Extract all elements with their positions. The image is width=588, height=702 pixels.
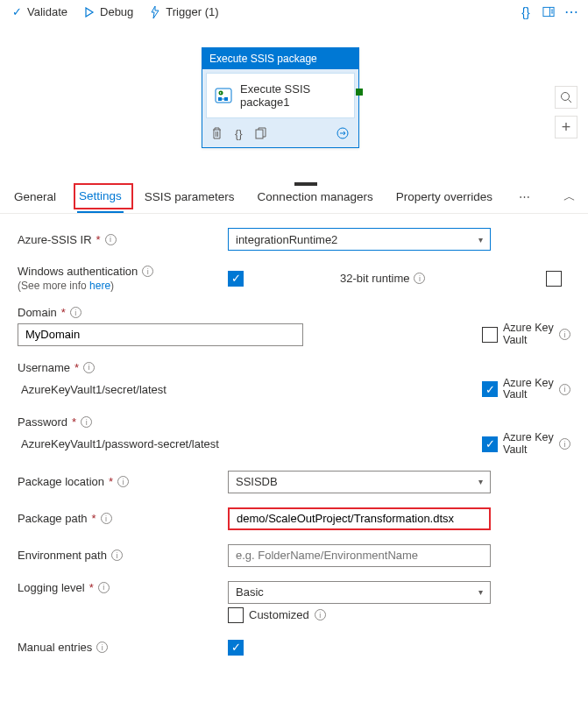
- search-button[interactable]: [555, 86, 577, 109]
- pipeline-canvas[interactable]: Execute SSIS package Execute SSIS packag…: [0, 25, 588, 174]
- tab-bar: General Settings SSIS parameters Connect…: [0, 181, 588, 214]
- validate-label: Validate: [27, 5, 67, 18]
- svg-line-13: [569, 100, 572, 103]
- info-icon[interactable]: i: [559, 329, 570, 340]
- akv-label: Azure Key Vault: [503, 432, 554, 457]
- manual-entries-label: Manual entries: [18, 641, 92, 654]
- tab-property-overrides[interactable]: Property overrides: [394, 181, 494, 212]
- activity-title: Execute SSIS package1: [240, 82, 347, 109]
- runtime32-checkbox[interactable]: [546, 271, 562, 287]
- environment-path-label: Environment path: [18, 549, 107, 562]
- lightning-icon: [149, 6, 161, 18]
- info-icon[interactable]: i: [117, 476, 129, 487]
- chevron-down-icon: ▾: [478, 477, 483, 486]
- info-icon[interactable]: i: [70, 307, 81, 318]
- debug-label: Debug: [100, 5, 133, 18]
- tabs-more-icon[interactable]: ⋯: [519, 190, 530, 203]
- akv-label: Azure Key Vault: [503, 323, 554, 347]
- windows-auth-label: Windows authentication: [18, 265, 138, 278]
- tab-general[interactable]: General: [12, 181, 58, 212]
- package-location-select[interactable]: SSISDB ▾: [228, 471, 491, 493]
- domain-label: Domain: [18, 306, 57, 319]
- username-akv-checkbox[interactable]: ✓: [482, 381, 498, 397]
- windows-auth-checkbox[interactable]: ✓: [228, 271, 244, 287]
- info-icon[interactable]: i: [101, 513, 112, 524]
- win-auth-sub-post: ): [110, 280, 114, 292]
- info-icon[interactable]: i: [98, 582, 110, 593]
- password-label: Password: [18, 415, 67, 429]
- activity-header: Execute SSIS package: [202, 48, 358, 69]
- trigger-button[interactable]: Trigger (1): [149, 5, 218, 18]
- arrow-right-icon[interactable]: [336, 127, 350, 142]
- collapse-panel-icon[interactable]: ︿: [563, 189, 576, 205]
- svg-rect-10: [256, 130, 263, 138]
- required-asterisk: *: [89, 581, 94, 594]
- azure-ssis-ir-select[interactable]: integrationRuntime2 ▾: [228, 228, 491, 251]
- required-asterisk: *: [109, 475, 113, 488]
- username-label: Username: [18, 361, 70, 374]
- validate-button[interactable]: ✓ Validate: [11, 5, 67, 18]
- tab-settings[interactable]: Settings: [77, 181, 124, 213]
- password-value: AzureKeyVault1/password-secret/latest: [18, 437, 303, 450]
- required-asterisk: *: [92, 512, 96, 525]
- info-icon[interactable]: i: [81, 416, 92, 428]
- tab-connection-managers[interactable]: Connection managers: [256, 181, 375, 212]
- ssis-package-icon: [214, 86, 233, 105]
- pane-icon[interactable]: [542, 6, 555, 18]
- check-icon: ✓: [11, 6, 23, 18]
- add-button[interactable]: +: [555, 116, 577, 138]
- logging-level-select[interactable]: Basic ▾: [228, 581, 491, 604]
- trigger-label: Trigger (1): [166, 5, 218, 18]
- info-icon[interactable]: i: [315, 609, 326, 620]
- package-location-value: SSISDB: [236, 475, 278, 488]
- customized-label: Customized: [249, 608, 309, 621]
- azure-ssis-ir-label: Azure-SSIS IR: [18, 233, 92, 246]
- username-value: AzureKeyVault1/secret/latest: [18, 383, 303, 396]
- svg-rect-5: [216, 89, 231, 103]
- domain-input[interactable]: [18, 323, 303, 346]
- debug-button[interactable]: Debug: [83, 5, 133, 18]
- delete-icon[interactable]: [211, 127, 223, 142]
- manual-entries-checkbox[interactable]: ✓: [228, 640, 244, 656]
- tab-ssis-parameters[interactable]: SSIS parameters: [143, 181, 237, 212]
- package-path-label: Package path: [18, 512, 88, 525]
- info-icon[interactable]: i: [111, 550, 123, 561]
- braces-icon[interactable]: {}: [520, 6, 532, 18]
- chevron-down-icon: ▾: [478, 235, 483, 245]
- info-icon[interactable]: i: [559, 384, 570, 395]
- win-auth-sub-pre: (See more info: [18, 280, 89, 292]
- more-icon[interactable]: ⋯: [565, 6, 577, 18]
- akv-label: Azure Key Vault: [503, 378, 554, 402]
- package-location-label: Package location: [18, 475, 104, 488]
- required-asterisk: *: [61, 306, 66, 319]
- info-icon[interactable]: i: [96, 642, 108, 653]
- logging-level-label: Logging level: [18, 581, 85, 594]
- svg-rect-7: [218, 97, 222, 101]
- info-icon[interactable]: i: [142, 266, 153, 277]
- environment-path-input[interactable]: [228, 544, 491, 567]
- svg-point-12: [562, 93, 570, 101]
- package-path-input[interactable]: [228, 507, 491, 530]
- braces-icon[interactable]: {}: [235, 127, 243, 142]
- logging-level-value: Basic: [236, 585, 264, 599]
- azure-ssis-ir-value: integrationRuntime2: [236, 233, 337, 246]
- svg-rect-8: [224, 97, 228, 101]
- info-icon[interactable]: i: [414, 273, 425, 284]
- required-asterisk: *: [74, 361, 79, 374]
- domain-akv-checkbox[interactable]: [482, 327, 498, 343]
- customized-checkbox[interactable]: [228, 607, 244, 623]
- info-icon[interactable]: i: [105, 234, 117, 245]
- win-auth-link[interactable]: here: [89, 280, 110, 292]
- success-connector[interactable]: [356, 89, 363, 96]
- activity-execute-ssis[interactable]: Execute SSIS package Execute SSIS packag…: [202, 47, 359, 148]
- copy-icon[interactable]: [255, 127, 266, 142]
- info-icon[interactable]: i: [83, 362, 95, 373]
- play-icon: [83, 6, 96, 18]
- info-icon[interactable]: i: [559, 438, 570, 450]
- required-asterisk: *: [96, 233, 101, 246]
- chevron-down-icon: ▾: [478, 587, 483, 597]
- required-asterisk: *: [72, 415, 76, 429]
- runtime32-label: 32-bit runtime: [340, 272, 409, 285]
- password-akv-checkbox[interactable]: ✓: [482, 436, 498, 452]
